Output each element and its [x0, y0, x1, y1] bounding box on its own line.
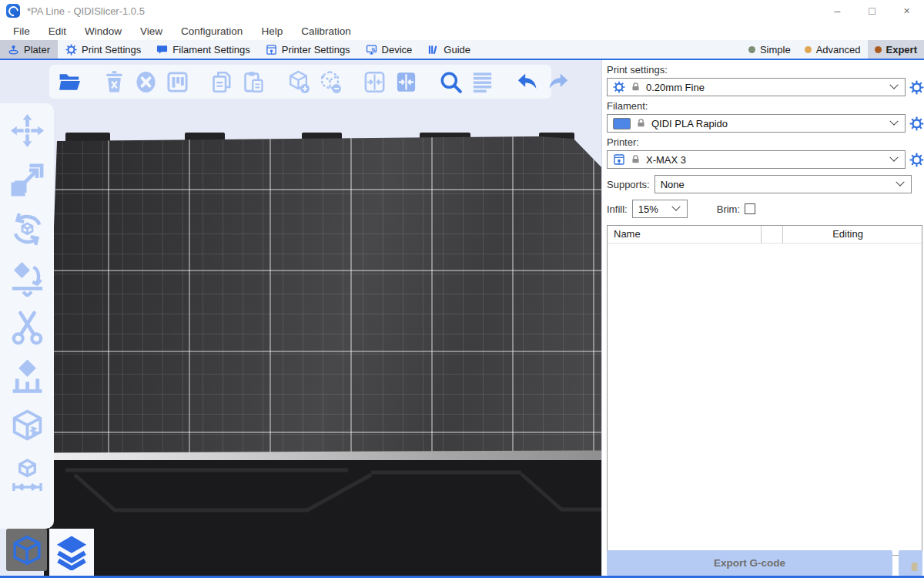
tab-filament-settings[interactable]: Filament Settings [149, 40, 257, 59]
tab-printer-settings-label: Printer Settings [282, 44, 350, 55]
move-icon [9, 113, 45, 149]
paint-supports-tool-button[interactable] [8, 358, 46, 396]
bed-base-handle [44, 460, 601, 578]
arrange-button[interactable] [165, 69, 189, 94]
menu-view[interactable]: View [131, 25, 172, 37]
undo-button[interactable] [514, 69, 539, 94]
mode-switcher: Simple Advanced Expert [742, 40, 924, 59]
open-project-button[interactable] [57, 69, 82, 94]
printer-label: Printer: [607, 136, 924, 148]
printer-combo[interactable]: X-MAX 3 [607, 150, 906, 169]
print-settings-value: 0.20mm Fine [646, 82, 705, 93]
export-gcode-button[interactable]: Export G-code [607, 550, 892, 576]
seam-tool-button[interactable] [8, 407, 46, 445]
rotate-tool-button[interactable] [8, 210, 46, 248]
infill-combo[interactable]: 15% [632, 200, 688, 218]
supports-combo[interactable]: None [654, 175, 912, 193]
copy-icon [210, 70, 234, 94]
menu-help[interactable]: Help [252, 25, 292, 37]
circle-x-icon [134, 70, 158, 94]
window-title: *PA Line - QIDISlicer-1.0.5 [27, 5, 145, 17]
paste-button[interactable] [241, 69, 266, 94]
export-to-sd-button[interactable] [899, 550, 922, 576]
mode-advanced[interactable]: Advanced [798, 40, 868, 59]
print-settings-edit-button[interactable] [909, 80, 924, 95]
split-to-objects-button[interactable] [362, 69, 387, 94]
remove-instance-button[interactable] [317, 69, 342, 94]
menu-calibration[interactable]: Calibration [292, 25, 360, 37]
menu-edit[interactable]: Edit [39, 25, 75, 37]
split-objects-icon [363, 70, 387, 94]
export-row: Export G-code [607, 550, 922, 576]
search-button[interactable] [438, 69, 463, 94]
delete-all-button[interactable] [133, 69, 158, 94]
lock-icon [636, 118, 646, 129]
object-list-table[interactable]: Name Editing [607, 225, 922, 556]
menu-configuration[interactable]: Configuration [172, 25, 252, 37]
move-tool-button[interactable] [8, 111, 46, 150]
place-on-face-tool-button[interactable] [8, 259, 46, 297]
tab-plater[interactable]: Plater [0, 40, 58, 59]
app-window: *PA Line - QIDISlicer-1.0.5 – □ × File E… [0, 0, 924, 578]
trash-icon [102, 70, 126, 94]
place-on-face-icon [9, 260, 45, 297]
bed-base [44, 460, 601, 578]
mode-simple[interactable]: Simple [742, 40, 798, 59]
close-button[interactable]: × [889, 0, 924, 22]
tab-device[interactable]: Device [358, 40, 420, 59]
editor-view-button[interactable] [6, 529, 47, 571]
rotate-icon [9, 211, 45, 247]
tab-guide-label: Guide [444, 44, 470, 55]
filament-label: Filament: [607, 100, 924, 112]
tab-plater-label: Plater [24, 44, 50, 55]
search-icon [439, 70, 463, 94]
cube-plus-icon [286, 70, 310, 94]
cut-tool-button[interactable] [8, 308, 46, 347]
printer-edit-button[interactable] [909, 153, 924, 167]
chevron-down-icon [889, 81, 898, 89]
plater-icon [8, 44, 19, 55]
app-logo-icon [6, 4, 20, 18]
measure-icon [9, 458, 45, 494]
mode-advanced-label: Advanced [816, 44, 861, 55]
scale-tool-button[interactable] [8, 160, 46, 199]
brim-checkbox[interactable] [745, 203, 755, 214]
layer-list-icon [470, 70, 494, 94]
simple-mode-dot-icon [748, 46, 755, 53]
menu-window[interactable]: Window [75, 25, 131, 37]
preview-view-button[interactable] [49, 529, 94, 576]
chevron-down-icon [896, 178, 904, 187]
chevron-down-icon [671, 203, 680, 211]
measure-tool-button[interactable] [8, 456, 46, 495]
print-bed-surface[interactable] [42, 133, 601, 457]
tabbar: Plater Print Settings Filament Settings … [0, 40, 924, 60]
minimize-button[interactable]: – [820, 0, 855, 22]
lock-icon [631, 82, 641, 92]
tab-print-settings[interactable]: Print Settings [58, 40, 149, 59]
preset-gear-icon [613, 81, 625, 93]
redo-button[interactable] [546, 69, 571, 94]
tab-device-label: Device [382, 44, 413, 55]
tab-guide[interactable]: Guide [420, 40, 478, 59]
delete-button[interactable] [102, 69, 126, 94]
filament-edit-button[interactable] [909, 116, 924, 131]
printer-settings-icon [266, 44, 277, 55]
sidebar: Print settings: 0.20mm Fine Filament: QI… [602, 60, 924, 578]
maximize-button[interactable]: □ [855, 0, 889, 22]
chevron-down-icon [889, 153, 898, 162]
print-settings-gear-icon [65, 44, 77, 55]
print-settings-combo[interactable]: 0.20mm Fine [607, 78, 906, 96]
expert-mode-dot-icon [875, 46, 882, 53]
variable-layer-height-button[interactable] [470, 69, 494, 94]
menu-file[interactable]: File [4, 25, 39, 37]
viewport-3d[interactable] [0, 60, 601, 578]
column-name-header: Name [614, 228, 641, 240]
chevron-down-icon [889, 117, 898, 126]
filament-combo[interactable]: QIDI PLA Rapido [607, 114, 906, 133]
split-to-parts-button[interactable] [393, 69, 418, 94]
copy-button[interactable] [209, 69, 234, 94]
mode-expert[interactable]: Expert [868, 40, 924, 59]
tab-printer-settings[interactable]: Printer Settings [258, 40, 358, 59]
add-instance-button[interactable] [286, 69, 310, 94]
supports-label: Supports: [607, 179, 650, 190]
